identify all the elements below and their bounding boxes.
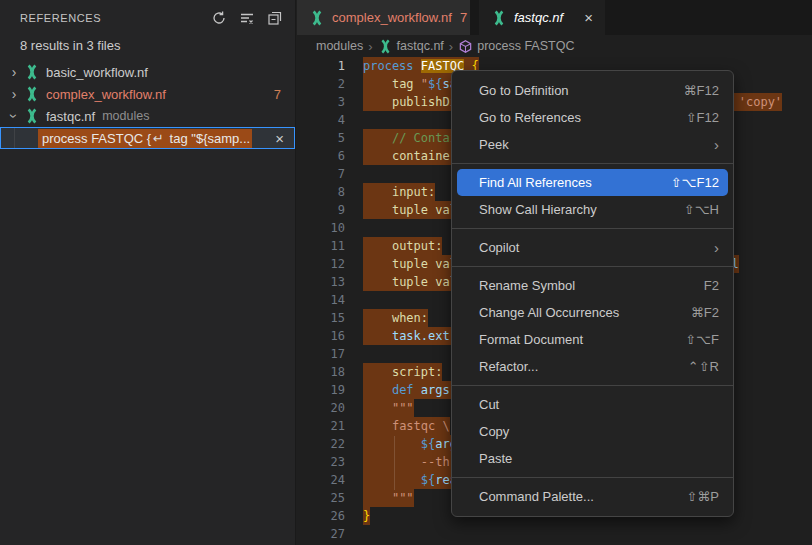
tab-fastqc[interactable]: fastqc.nf ×	[479, 0, 605, 35]
tab-label: fastqc.nf	[514, 10, 563, 25]
menu-item-shortcut: ⌘F12	[684, 83, 719, 98]
menu-item-shortcut: ⌘F2	[691, 305, 719, 320]
tree-item-complex-workflow[interactable]: › complex_workflow.nf 7	[0, 83, 295, 105]
chevron-down-icon[interactable]: ›	[3, 108, 25, 124]
breadcrumb: modules › fastqc.nf › process FASTQC	[297, 35, 812, 57]
line-number: 3	[297, 93, 345, 111]
line-number: 24	[297, 471, 345, 489]
line-number: 15	[297, 309, 345, 327]
menu-separator	[452, 477, 733, 478]
line-number: 13	[297, 273, 345, 291]
chevron-right-icon[interactable]: ›	[6, 83, 22, 105]
references-title: REFERENCES	[20, 12, 101, 24]
menu-item-go-to-definition[interactable]: Go to Definition⌘F12	[452, 77, 733, 104]
nextflow-file-icon	[24, 64, 40, 80]
breadcrumb-separator-icon: ›	[449, 39, 453, 54]
reference-range-highlight: output:	[363, 237, 442, 255]
editor-context-menu: Go to Definition⌘F12Go to References⇧F12…	[451, 70, 734, 517]
line-number: 1	[297, 57, 345, 75]
tree-item-basic-workflow[interactable]: › basic_workflow.nf	[0, 61, 295, 83]
menu-item-label: Go to References	[479, 110, 581, 125]
menu-item-label: Rename Symbol	[479, 278, 575, 293]
results-summary: 8 results in 3 files	[0, 36, 295, 61]
reference-range-highlight: """	[363, 489, 414, 507]
file-name: complex_workflow.nf	[46, 87, 166, 102]
menu-item-shortcut: ⇧⌥F	[685, 332, 719, 347]
reference-match-text: process FASTQC {↵ tag "${samp...	[38, 129, 252, 148]
line-number: 23	[297, 453, 345, 471]
line-number: 12	[297, 255, 345, 273]
menu-item-change-all-occurrences[interactable]: Change All Occurrences⌘F2	[452, 299, 733, 326]
return-symbol: ↵	[151, 131, 166, 146]
line-number: 9	[297, 201, 345, 219]
reference-range-highlight: fastqc \	[363, 417, 450, 435]
tab-complex-workflow[interactable]: complex_workflow.nf 7	[297, 0, 471, 35]
menu-item-cut[interactable]: Cut	[452, 391, 733, 418]
menu-item-label: Paste	[479, 451, 512, 466]
menu-item-format-document[interactable]: Format Document⇧⌥F	[452, 326, 733, 353]
line-number: 27	[297, 525, 345, 543]
breadcrumb-symbol[interactable]: process FASTQC	[458, 39, 574, 54]
line-number: 6	[297, 147, 345, 165]
menu-item-shortcut: ⇧F12	[686, 110, 719, 125]
dismiss-result-icon[interactable]: ×	[275, 130, 284, 147]
line-number: 5	[297, 129, 345, 147]
tab-problem-badge: 7	[460, 10, 467, 25]
vscode-window: REFERENCES 8 results in 3 files › basic_…	[0, 0, 812, 545]
reference-range-highlight: """	[363, 399, 414, 417]
nextflow-file-icon	[491, 10, 507, 26]
tab-label: complex_workflow.nf	[332, 10, 452, 25]
code-line[interactable]: 27	[297, 525, 812, 543]
menu-item-label: Refactor...	[479, 359, 538, 374]
menu-item-refactor[interactable]: Refactor...⌃⇧R	[452, 353, 733, 380]
line-number: 7	[297, 165, 345, 183]
menu-item-label: Find All References	[479, 175, 592, 190]
collapse-all-icon[interactable]	[267, 10, 283, 26]
line-number: 14	[297, 291, 345, 309]
menu-item-label: Peek	[479, 137, 509, 152]
tree-item-fastqc[interactable]: › fastqc.nf modules	[0, 105, 295, 127]
reference-range-highlight: when:	[363, 309, 428, 327]
line-number: 25	[297, 489, 345, 507]
menu-item-label: Cut	[479, 397, 499, 412]
menu-item-rename-symbol[interactable]: Rename SymbolF2	[452, 272, 733, 299]
menu-item-peek[interactable]: Peek›	[452, 131, 733, 158]
menu-item-shortcut: ⇧⌥H	[684, 202, 719, 217]
line-number: 11	[297, 237, 345, 255]
file-name: basic_workflow.nf	[46, 65, 148, 80]
breadcrumb-folder[interactable]: modules	[316, 39, 363, 53]
chevron-right-icon[interactable]: ›	[6, 61, 22, 83]
menu-item-command-palette[interactable]: Command Palette...⇧⌘P	[452, 483, 733, 510]
menu-item-copy[interactable]: Copy	[452, 418, 733, 445]
menu-item-find-all-references[interactable]: Find All References⇧⌥F12	[457, 169, 728, 196]
menu-item-shortcut: ⇧⌥F12	[671, 175, 719, 190]
nextflow-file-icon	[24, 86, 40, 102]
line-number: 10	[297, 219, 345, 237]
menu-item-shortcut: F2	[704, 278, 719, 293]
menu-item-label: Copilot	[479, 240, 519, 255]
menu-item-label: Show Call Hierarchy	[479, 202, 597, 217]
menu-item-label: Copy	[479, 424, 509, 439]
line-number: 21	[297, 417, 345, 435]
menu-item-paste[interactable]: Paste	[452, 445, 733, 472]
menu-item-go-to-references[interactable]: Go to References⇧F12	[452, 104, 733, 131]
reference-result-item[interactable]: process FASTQC {↵ tag "${samp... ×	[0, 127, 295, 149]
close-tab-icon[interactable]: ×	[584, 9, 593, 26]
line-number: 17	[297, 345, 345, 363]
refresh-icon[interactable]	[211, 10, 227, 26]
clear-results-icon[interactable]	[239, 10, 255, 26]
nextflow-file-icon	[24, 108, 40, 124]
menu-item-shortcut: ⇧⌘P	[686, 489, 719, 504]
menu-item-copilot[interactable]: Copilot›	[452, 234, 733, 261]
submenu-arrow-icon: ›	[714, 136, 719, 153]
menu-item-show-call-hierarchy[interactable]: Show Call Hierarchy⇧⌥H	[452, 196, 733, 223]
nextflow-file-icon	[378, 39, 393, 54]
submenu-arrow-icon: ›	[714, 239, 719, 256]
menu-separator	[452, 266, 733, 267]
process-symbol-icon	[458, 39, 473, 54]
breadcrumb-file[interactable]: fastqc.nf	[378, 39, 444, 54]
nextflow-file-icon	[309, 10, 325, 26]
menu-item-label: Go to Definition	[479, 83, 569, 98]
line-number: 26	[297, 507, 345, 525]
reference-range-highlight: script:	[363, 363, 442, 381]
